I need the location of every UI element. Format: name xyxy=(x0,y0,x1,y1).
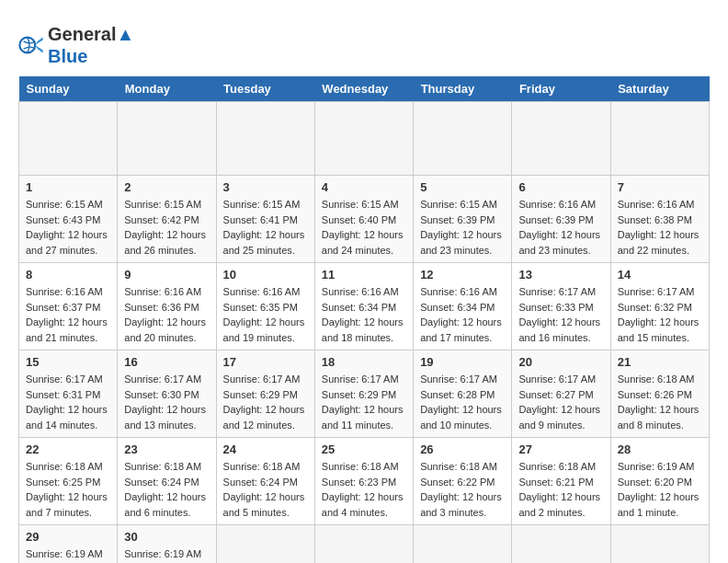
day-info: Sunrise: 6:16 AM Sunset: 6:38 PM Dayligh… xyxy=(618,197,702,258)
day-number: 23 xyxy=(124,442,209,456)
sunset-label: Sunset: 6:33 PM xyxy=(518,302,593,313)
sunrise-label: Sunrise: 6:19 AM xyxy=(618,461,695,472)
day-info: Sunrise: 6:16 AM Sunset: 6:36 PM Dayligh… xyxy=(124,284,209,345)
header-day-tuesday: Tuesday xyxy=(216,76,314,102)
calendar-week-3: 8 Sunrise: 6:16 AM Sunset: 6:37 PM Dayli… xyxy=(19,263,710,350)
sunrise-label: Sunrise: 6:15 AM xyxy=(223,199,301,210)
calendar-cell: 23 Sunrise: 6:18 AM Sunset: 6:24 PM Dayl… xyxy=(118,438,216,525)
sunrise-label: Sunrise: 6:17 AM xyxy=(518,286,596,297)
daylight-label: Daylight: 12 hours and 21 minutes. xyxy=(26,316,108,343)
logo-icon xyxy=(18,32,44,58)
sunset-label: Sunset: 6:40 PM xyxy=(322,214,396,225)
day-info: Sunrise: 6:17 AM Sunset: 6:29 PM Dayligh… xyxy=(223,372,308,432)
sunset-label: Sunset: 6:39 PM xyxy=(518,214,593,225)
sunset-label: Sunset: 6:38 PM xyxy=(618,214,692,225)
day-info: Sunrise: 6:16 AM Sunset: 6:34 PM Dayligh… xyxy=(420,284,505,345)
day-info: Sunrise: 6:17 AM Sunset: 6:27 PM Dayligh… xyxy=(518,372,603,432)
sunset-label: Sunset: 6:27 PM xyxy=(518,389,593,400)
sunrise-label: Sunrise: 6:17 AM xyxy=(322,373,399,385)
calendar-cell: 4 Sunrise: 6:15 AM Sunset: 6:40 PM Dayli… xyxy=(314,176,413,263)
daylight-label: Daylight: 12 hours and 23 minutes. xyxy=(518,229,600,256)
sunrise-label: Sunrise: 6:16 AM xyxy=(618,199,695,210)
sunrise-label: Sunrise: 6:16 AM xyxy=(26,286,103,297)
day-number: 4 xyxy=(322,180,406,194)
calendar-cell xyxy=(414,525,512,564)
sunset-label: Sunset: 6:43 PM xyxy=(26,214,100,225)
daylight-label: Daylight: 12 hours and 19 minutes. xyxy=(223,316,305,343)
sunrise-label: Sunrise: 6:18 AM xyxy=(618,373,695,385)
calendar-cell xyxy=(610,102,709,176)
calendar-cell: 24 Sunrise: 6:18 AM Sunset: 6:24 PM Dayl… xyxy=(216,438,314,525)
calendar-cell: 6 Sunrise: 6:16 AM Sunset: 6:39 PM Dayli… xyxy=(512,176,610,263)
day-number: 21 xyxy=(618,355,702,369)
day-info: Sunrise: 6:16 AM Sunset: 6:34 PM Dayligh… xyxy=(322,284,406,345)
daylight-label: Daylight: 12 hours and 2 minutes. xyxy=(518,491,600,518)
day-number: 30 xyxy=(124,530,209,544)
sunrise-label: Sunrise: 6:17 AM xyxy=(26,373,103,385)
day-number: 20 xyxy=(518,355,603,369)
sunset-label: Sunset: 6:41 PM xyxy=(223,214,298,225)
calendar-cell: 28 Sunrise: 6:19 AM Sunset: 6:20 PM Dayl… xyxy=(610,438,709,525)
sunset-label: Sunset: 6:24 PM xyxy=(124,477,199,488)
sunset-label: Sunset: 6:23 PM xyxy=(322,477,396,488)
day-number: 7 xyxy=(618,180,702,194)
sunset-label: Sunset: 6:26 PM xyxy=(618,389,692,400)
calendar-cell: 15 Sunrise: 6:17 AM Sunset: 6:31 PM Dayl… xyxy=(19,350,118,438)
sunrise-label: Sunrise: 6:15 AM xyxy=(420,199,497,210)
calendar-cell: 10 Sunrise: 6:16 AM Sunset: 6:35 PM Dayl… xyxy=(216,263,314,350)
sunrise-label: Sunrise: 6:19 AM xyxy=(26,548,103,559)
calendar-cell: 1 Sunrise: 6:15 AM Sunset: 6:43 PM Dayli… xyxy=(19,176,118,263)
day-info: Sunrise: 6:18 AM Sunset: 6:26 PM Dayligh… xyxy=(618,372,702,432)
sunrise-label: Sunrise: 6:18 AM xyxy=(124,461,201,472)
calendar-cell xyxy=(414,102,512,176)
daylight-label: Daylight: 12 hours and 8 minutes. xyxy=(618,404,700,431)
sunset-label: Sunset: 6:35 PM xyxy=(223,302,298,313)
day-info: Sunrise: 6:17 AM Sunset: 6:29 PM Dayligh… xyxy=(322,372,406,432)
day-number: 29 xyxy=(26,530,110,544)
daylight-label: Daylight: 12 hours and 17 minutes. xyxy=(420,316,502,343)
daylight-label: Daylight: 12 hours and 20 minutes. xyxy=(124,316,206,343)
sunrise-label: Sunrise: 6:17 AM xyxy=(420,373,497,385)
sunrise-label: Sunrise: 6:15 AM xyxy=(124,199,201,210)
daylight-label: Daylight: 12 hours and 26 minutes. xyxy=(124,229,206,256)
sunrise-label: Sunrise: 6:17 AM xyxy=(223,373,301,385)
daylight-label: Daylight: 12 hours and 3 minutes. xyxy=(420,491,502,518)
sunrise-label: Sunrise: 6:17 AM xyxy=(518,373,596,385)
calendar-cell: 3 Sunrise: 6:15 AM Sunset: 6:41 PM Dayli… xyxy=(216,176,314,263)
day-info: Sunrise: 6:15 AM Sunset: 6:41 PM Dayligh… xyxy=(223,197,308,258)
day-number: 26 xyxy=(420,442,505,456)
sunset-label: Sunset: 6:29 PM xyxy=(223,389,298,400)
calendar-week-5: 22 Sunrise: 6:18 AM Sunset: 6:25 PM Dayl… xyxy=(19,438,710,525)
day-info: Sunrise: 6:15 AM Sunset: 6:40 PM Dayligh… xyxy=(322,197,406,258)
sunrise-label: Sunrise: 6:16 AM xyxy=(420,286,497,297)
day-number: 14 xyxy=(618,268,702,282)
calendar-cell: 30 Sunrise: 6:19 AM Sunset: 6:19 PM Dayl… xyxy=(118,525,216,564)
day-info: Sunrise: 6:16 AM Sunset: 6:35 PM Dayligh… xyxy=(223,284,308,345)
daylight-label: Daylight: 12 hours and 22 minutes. xyxy=(618,229,700,256)
daylight-label: Daylight: 12 hours and 7 minutes. xyxy=(26,491,108,518)
day-info: Sunrise: 6:17 AM Sunset: 6:30 PM Dayligh… xyxy=(124,372,209,432)
day-number: 25 xyxy=(322,442,406,456)
daylight-label: Daylight: 12 hours and 23 minutes. xyxy=(420,229,502,256)
logo-text: General▲ Blue xyxy=(48,23,134,67)
sunset-label: Sunset: 6:32 PM xyxy=(618,302,692,313)
day-number: 22 xyxy=(26,442,110,456)
day-number: 27 xyxy=(518,442,603,456)
sunset-label: Sunset: 6:37 PM xyxy=(26,302,100,313)
sunrise-label: Sunrise: 6:16 AM xyxy=(124,286,201,297)
daylight-label: Daylight: 12 hours and 24 minutes. xyxy=(322,229,404,256)
header-day-friday: Friday xyxy=(512,76,610,102)
day-number: 1 xyxy=(26,180,110,194)
daylight-label: Daylight: 12 hours and 9 minutes. xyxy=(518,404,600,431)
sunset-label: Sunset: 6:39 PM xyxy=(420,214,495,225)
day-info: Sunrise: 6:18 AM Sunset: 6:21 PM Dayligh… xyxy=(518,459,603,520)
sunset-label: Sunset: 6:21 PM xyxy=(518,477,593,488)
calendar-cell: 19 Sunrise: 6:17 AM Sunset: 6:28 PM Dayl… xyxy=(414,350,512,438)
sunset-label: Sunset: 6:24 PM xyxy=(223,477,298,488)
sunset-label: Sunset: 6:29 PM xyxy=(322,389,396,400)
calendar-week-1 xyxy=(19,102,710,176)
daylight-label: Daylight: 12 hours and 12 minutes. xyxy=(223,404,305,431)
calendar-cell: 9 Sunrise: 6:16 AM Sunset: 6:36 PM Dayli… xyxy=(118,263,216,350)
day-number: 5 xyxy=(420,180,505,194)
day-info: Sunrise: 6:17 AM Sunset: 6:33 PM Dayligh… xyxy=(518,284,603,345)
